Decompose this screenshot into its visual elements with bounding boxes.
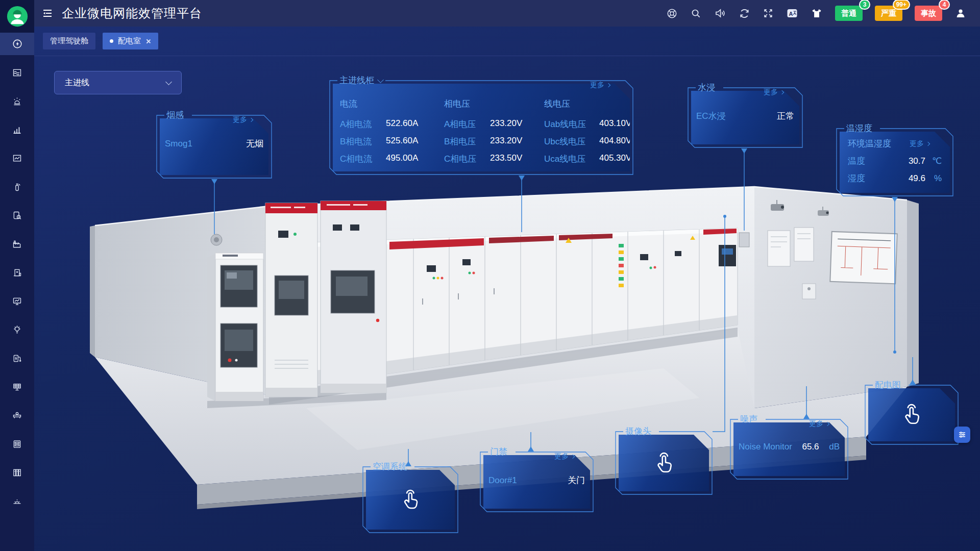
smoke-device-label: Smog1: [165, 139, 192, 149]
safety-worker-logo: [6, 5, 29, 28]
alert-button-severe[interactable]: 严重 99+: [875, 6, 902, 21]
diagram-settings-button[interactable]: [954, 427, 970, 443]
sidebar-item-lighting[interactable]: [0, 318, 34, 341]
fire-extinguisher-icon: [12, 182, 22, 192]
alert-button-normal[interactable]: 普通 3: [835, 6, 863, 21]
refresh-icon[interactable]: [739, 8, 750, 19]
app-logo[interactable]: [0, 0, 34, 33]
hand-pointer-icon: [900, 403, 923, 427]
metering-cabinet: [207, 253, 263, 401]
sidebar-item-sunrise[interactable]: [0, 490, 34, 512]
phase-c-voltage-value: 233.50V: [490, 153, 522, 165]
close-tab-icon[interactable]: [145, 38, 151, 44]
door-row: Door#1 关门: [488, 474, 585, 486]
sidebar-item-factory[interactable]: [0, 233, 34, 255]
fullscreen-icon[interactable]: [763, 8, 774, 19]
noise-value: 65.6: [802, 442, 819, 452]
door-panel-title: 门禁: [490, 446, 507, 458]
smoke-detector: [211, 234, 222, 245]
camera-click-area[interactable]: [619, 435, 709, 491]
sidebar-item-control-panel[interactable]: [0, 433, 34, 455]
water-more-link[interactable]: 更多: [764, 88, 783, 97]
sidebar-item-power[interactable]: [0, 33, 34, 55]
sidebar-item-water-level[interactable]: [0, 61, 34, 84]
hand-pointer-icon: [652, 452, 676, 475]
current-header: 电流: [340, 98, 444, 110]
hvac-click-area[interactable]: [366, 470, 455, 530]
user-icon[interactable]: [954, 7, 967, 19]
sidebar: [0, 0, 34, 551]
header-actions: A 普通 3 严重 99+ 事故 4: [666, 6, 967, 21]
phase-b-voltage-label: B相电压: [444, 136, 490, 147]
help-icon[interactable]: [666, 8, 678, 19]
temperature-row: 温度 30.7 ℃: [848, 155, 942, 167]
humidity-label: 湿度: [848, 172, 865, 184]
sidebar-item-inspection[interactable]: [0, 204, 34, 227]
sidebar-item-solar-panel[interactable]: [0, 375, 34, 398]
door-more-link[interactable]: 更多: [554, 452, 574, 461]
phase-b-voltage-value: 233.20V: [490, 136, 522, 147]
search-icon[interactable]: [690, 8, 702, 19]
panel-distribution-diagram: 配电图: [865, 380, 959, 445]
panel-door: 门禁 更多 Door#1 关门: [480, 447, 594, 512]
theme-tshirt-icon[interactable]: [811, 7, 823, 19]
sidebar-item-extinguisher[interactable]: [0, 176, 34, 198]
schematic-board: [830, 232, 897, 284]
panel-noise: 噪声 更多 Noise Monitor 65.6 dB: [730, 414, 848, 480]
water-level-icon: [12, 67, 22, 78]
main-cabinet-grid: 电流 A相电流522.60A B相电流525.60A C相电流495.00A 相…: [340, 98, 630, 170]
panel-temp-humidity: 环境温湿度 更多 温度 30.7 ℃ 湿度 49.6 % 温湿度: [836, 123, 953, 196]
noise-panel-title: 噪声: [740, 414, 757, 425]
menu-collapse-icon[interactable]: [41, 7, 54, 19]
sidebar-item-ev-charger[interactable]: [0, 347, 34, 369]
sidebar-item-bar-chart[interactable]: [0, 118, 34, 141]
main-cabinet-more-link[interactable]: 更多: [590, 81, 610, 90]
chevron-down-icon: [165, 79, 172, 85]
chevron-down-icon: [377, 77, 384, 83]
page-title: 企业微电网能效管理平台: [62, 5, 202, 21]
tab-distribution-room[interactable]: 配电室: [103, 33, 158, 49]
line-selector-dropdown[interactable]: 主进线: [54, 71, 182, 94]
sidebar-item-pipeline[interactable]: [0, 404, 34, 427]
solar-panel-icon: [12, 382, 22, 392]
sidebar-item-trend-chart[interactable]: [0, 147, 34, 169]
tab-dashboard[interactable]: 管理驾驶舱: [43, 33, 95, 49]
tab-room-label: 配电室: [118, 36, 141, 46]
ev-charger-icon: [12, 353, 22, 364]
control-panel-icon: [12, 439, 22, 449]
phase-voltage-column: 相电压 A相电压233.20V B相电压233.20V C相电压233.50V: [444, 98, 544, 170]
humidity-unit: %: [925, 173, 942, 184]
alert-accident-label: 事故: [921, 9, 936, 18]
humidity-value: 49.6: [909, 173, 925, 184]
hvac-panel-title: 空调系统: [373, 461, 407, 472]
sidebar-item-monitor[interactable]: [0, 290, 34, 312]
main-cabinet-title[interactable]: 主进线柜: [339, 75, 383, 86]
sound-icon[interactable]: [714, 7, 726, 19]
alert-normal-badge: 3: [859, 0, 870, 10]
temp-humidity-panel-title: 温湿度: [846, 123, 872, 134]
chevron-right-icon: [571, 455, 575, 459]
sidebar-item-hospital[interactable]: [0, 261, 34, 284]
diagram-panel-title: 配电图: [875, 380, 901, 391]
app-root: 企业微电网能效管理平台: [0, 0, 980, 551]
smoke-more-link[interactable]: 更多: [233, 115, 253, 124]
alert-normal-label: 普通: [841, 9, 856, 18]
uca-voltage-value: 405.30V: [599, 153, 631, 165]
alert-button-accident[interactable]: 事故 4: [915, 6, 942, 21]
temp-humidity-more-link[interactable]: 更多: [910, 139, 929, 148]
sidebar-item-alarm[interactable]: [0, 90, 34, 112]
line-voltage-column: 线电压 Uab线电压403.10V Ubc线电压404.80V Uca线电压40…: [544, 98, 631, 170]
line-selector-value: 主进线: [65, 78, 89, 88]
translate-icon[interactable]: A: [786, 7, 798, 19]
sunrise-icon: [12, 496, 22, 507]
sidebar-item-archive[interactable]: [0, 461, 34, 484]
door-device-label: Door#1: [488, 475, 517, 486]
humidity-row: 湿度 49.6 %: [848, 172, 942, 184]
uca-voltage-label: Uca线电压: [544, 153, 599, 165]
power-bolt-icon: [12, 38, 23, 49]
ubc-voltage-value: 404.80V: [599, 136, 631, 147]
monitor-chart-icon: [12, 296, 22, 307]
noise-more-link[interactable]: 更多: [809, 419, 829, 429]
diagram-click-area[interactable]: [868, 388, 955, 441]
sidebar-nav: [0, 33, 34, 518]
